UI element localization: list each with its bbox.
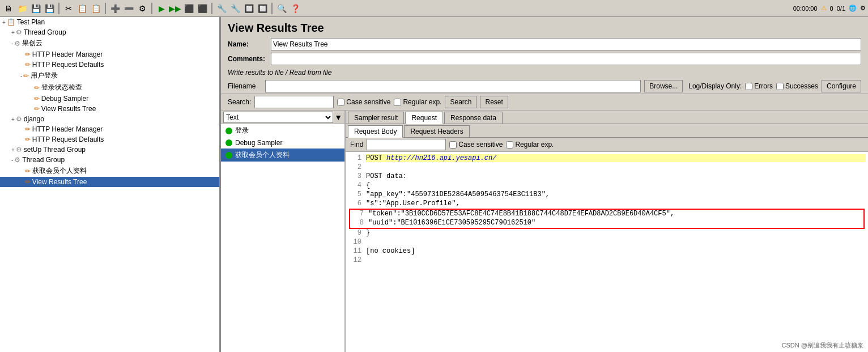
sep1 xyxy=(58,3,59,14)
regular-exp-checkbox[interactable] xyxy=(394,99,401,106)
line-num-7: 7 xyxy=(350,210,364,218)
save-button[interactable]: 💾 xyxy=(29,2,42,15)
gear-icon-setup-thread-group: ⚙ xyxy=(16,146,22,154)
search-button[interactable]: 🔍 xyxy=(275,2,288,15)
red-border-block: 7 "token":"3B10CCD6D57E53AFC8E4C74E8B41B… xyxy=(349,209,865,229)
find-input[interactable] xyxy=(367,139,446,150)
search-input[interactable] xyxy=(254,96,334,108)
warning-icon: ⚠ xyxy=(821,5,827,12)
tree-item-thread-group-2[interactable]: -⚙Thread Group xyxy=(0,155,219,165)
expand-icon-user-login[interactable]: - xyxy=(20,73,22,79)
paste-button[interactable]: 📋 xyxy=(90,2,102,15)
tree-item-http-header-mgr-2[interactable]: +✏HTTP Header Manager xyxy=(0,124,219,134)
remote-start-button[interactable]: 🔧 xyxy=(215,2,228,15)
filename-row: Filename Browse... Log/Display Only: Err… xyxy=(221,79,868,94)
tree-item-http-request-defaults-2[interactable]: +✏HTTP Request Defaults xyxy=(0,134,219,145)
errors-checkbox-label[interactable]: Errors xyxy=(745,82,773,90)
tree-item-http-header-mgr[interactable]: +✏HTTP Header Manager xyxy=(0,49,219,60)
configure-button[interactable]: Configure xyxy=(822,80,861,92)
left-panel: +📋Test Plan+⚙Thread Group-⚙果创云+✏HTTP Hea… xyxy=(0,17,221,352)
clear-button[interactable]: 🔲 xyxy=(242,2,255,15)
expand-icon-thread-group-2[interactable]: - xyxy=(11,157,13,163)
run-fraction: 0/1 xyxy=(837,5,845,12)
comments-label: Comments: xyxy=(228,55,267,63)
clear-all-button[interactable]: 🔲 xyxy=(256,2,269,15)
tree-item-test-plan[interactable]: +📋Test Plan xyxy=(0,17,219,27)
tree-item-fruit-cloud[interactable]: -⚙果创云 xyxy=(0,37,219,49)
result-item-0[interactable]: 登录 xyxy=(221,124,344,137)
tree-item-login-status[interactable]: +✏登录状态检查 xyxy=(0,82,219,94)
timer-display: 00:00:00 xyxy=(793,5,818,12)
expand-icon-test-plan[interactable]: + xyxy=(2,19,6,26)
code-line-9: 9} xyxy=(348,229,866,238)
code-line-6: 6 "s":"App.User.Profile", xyxy=(348,200,866,209)
expand-icon-thread-group-1[interactable]: + xyxy=(11,29,15,36)
tree-container: +📋Test Plan+⚙Thread Group-⚙果创云+✏HTTP Hea… xyxy=(0,17,219,187)
expand-icon-setup-thread-group[interactable]: + xyxy=(11,147,15,153)
tree-item-label-fruit-cloud: 果创云 xyxy=(22,39,42,48)
successes-checkbox-label[interactable]: Successes xyxy=(776,82,818,90)
line-num-4: 4 xyxy=(348,181,361,189)
new-button[interactable]: 🗎 xyxy=(2,2,15,15)
tool-icon-user-login: ✏ xyxy=(23,72,29,80)
watermark: CSDN @别追我我有止咳糖浆 xyxy=(782,341,863,350)
stop-button[interactable]: ⬛ xyxy=(182,2,195,15)
run-button[interactable]: ▶ xyxy=(155,2,168,15)
tree-item-label-http-header-mgr-2: HTTP Header Manager xyxy=(32,125,103,133)
open-button[interactable]: 📁 xyxy=(16,2,28,15)
add-button[interactable]: ➕ xyxy=(109,2,121,15)
dropdown-arrow[interactable]: ▼ xyxy=(334,113,342,122)
result-item-2[interactable]: 获取会员个人资料 xyxy=(221,149,344,162)
find-regular-exp-label[interactable]: Regular exp. xyxy=(506,141,554,149)
expand-button[interactable]: ⚙ xyxy=(136,2,148,15)
tree-item-get-member-profile[interactable]: +✏获取会员个人资料 xyxy=(0,165,219,177)
successes-checkbox[interactable] xyxy=(776,83,784,90)
find-regular-exp-checkbox[interactable] xyxy=(506,141,513,149)
tree-item-http-request-defaults[interactable]: +✏HTTP Request Defaults xyxy=(0,60,219,70)
reset-button[interactable]: Reset xyxy=(480,96,508,108)
tree-item-label-http-header-mgr: HTTP Header Manager xyxy=(32,50,103,58)
detail-tab-response-data[interactable]: Response data xyxy=(444,112,503,124)
results-dropdown[interactable]: Text xyxy=(223,112,333,123)
expand-icon-django[interactable]: + xyxy=(11,116,15,122)
find-case-sensitive-label[interactable]: Case sensitive xyxy=(449,141,503,149)
help-button[interactable]: ❓ xyxy=(289,2,301,15)
run-no-pause-button[interactable]: ▶▶ xyxy=(169,2,181,15)
expand-icon-fruit-cloud[interactable]: - xyxy=(11,40,13,46)
results-items: 登录 Debug Sampler 获取会员个人资料 xyxy=(221,124,344,352)
tree-item-label-debug-sampler: Debug Sampler xyxy=(41,95,88,103)
result-item-1[interactable]: Debug Sampler xyxy=(221,137,344,149)
browse-button[interactable]: Browse... xyxy=(644,80,683,92)
tool-icon-login-status: ✏ xyxy=(34,84,40,92)
case-sensitive-label[interactable]: Case sensitive xyxy=(337,98,390,106)
remote-stop-button[interactable]: 🔧 xyxy=(229,2,241,15)
regular-exp-label[interactable]: Regular exp. xyxy=(394,98,441,106)
remove-button[interactable]: ➖ xyxy=(122,2,135,15)
tree-item-thread-group-1[interactable]: +⚙Thread Group xyxy=(0,27,219,37)
tree-item-view-results-tree-1[interactable]: +✏View Results Tree xyxy=(0,104,219,114)
find-case-sensitive-checkbox[interactable] xyxy=(449,141,457,149)
tree-item-label-user-login: 用户登录 xyxy=(31,71,58,80)
tree-item-view-results-tree-2[interactable]: +✏View Results Tree xyxy=(0,177,219,187)
copy-button[interactable]: 📋 xyxy=(76,2,88,15)
search-row: Search: Case sensitive Regular exp. Sear… xyxy=(221,94,868,110)
stop-now-button[interactable]: ⬛ xyxy=(196,2,209,15)
tree-item-django[interactable]: +⚙django xyxy=(0,114,219,124)
comments-input[interactable] xyxy=(271,53,861,65)
case-sensitive-checkbox[interactable] xyxy=(337,99,344,106)
request-tab-request-headers[interactable]: Request Headers xyxy=(404,125,469,137)
search-button-vrt[interactable]: Search xyxy=(445,96,476,108)
detail-tab-request[interactable]: Request xyxy=(405,112,443,124)
filename-input[interactable] xyxy=(265,80,641,92)
name-input[interactable] xyxy=(271,38,861,50)
detail-panel: Sampler resultRequestResponse data Reque… xyxy=(346,111,868,352)
cut-button[interactable]: ✂ xyxy=(62,2,75,15)
request-tab-request-body[interactable]: Request Body xyxy=(348,125,403,138)
tree-item-user-login[interactable]: -✏用户登录 xyxy=(0,70,219,82)
save-all-button[interactable]: 💾 xyxy=(43,2,56,15)
detail-tab-sampler-result[interactable]: Sampler result xyxy=(348,112,404,124)
tree-item-debug-sampler[interactable]: +✏Debug Sampler xyxy=(0,94,219,104)
line-num-8: 8 xyxy=(350,219,364,227)
errors-checkbox[interactable] xyxy=(745,83,752,90)
tree-item-setup-thread-group[interactable]: +⚙setUp Thread Group xyxy=(0,145,219,155)
